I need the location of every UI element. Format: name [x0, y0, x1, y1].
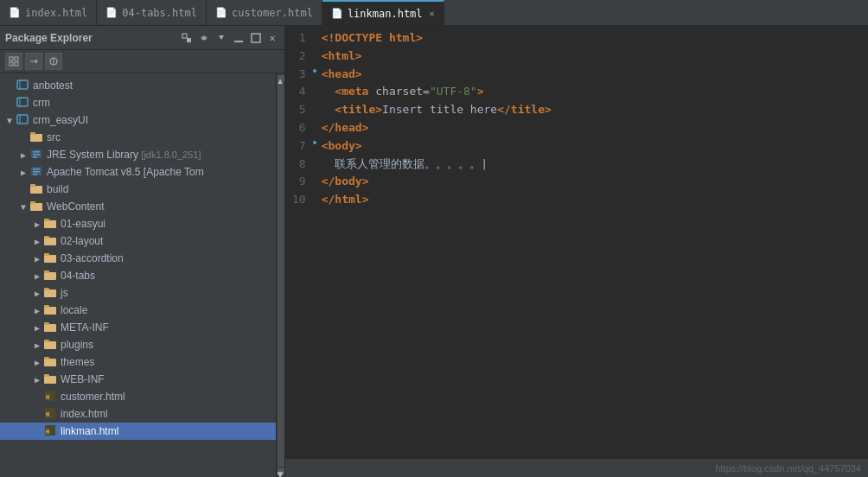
svg-rect-5 [252, 34, 260, 42]
tree-arrow[interactable]: ▶ [31, 375, 43, 385]
svg-rect-16 [17, 115, 28, 124]
toolbar-btn-1[interactable] [5, 53, 22, 70]
toolbar-btn-3[interactable] [45, 53, 62, 70]
maximize-icon[interactable] [248, 30, 264, 46]
folder-icon [29, 183, 43, 196]
tab-close-btn[interactable]: ✕ [430, 9, 435, 18]
status-bar: https://blog.csdn.net/qq_44757034 [285, 458, 868, 477]
tree-item-02layout[interactable]: ▶02-layout [0, 232, 276, 250]
link-icon[interactable] [196, 30, 212, 46]
code-line[interactable]: </head> [322, 119, 868, 137]
tab-label: customer.html [232, 7, 313, 19]
tree-item-webinf[interactable]: ▶WEB-INF [0, 371, 276, 388]
tab-index[interactable]: 📄index.html [0, 0, 97, 25]
tab-customer[interactable]: 📄customer.html [207, 0, 322, 25]
tab-label: index.html [25, 7, 87, 19]
tree-item-customer_html[interactable]: Hcustomer.html [0, 388, 276, 405]
svg-rect-1 [187, 38, 191, 42]
tree-item-tomcat[interactable]: ▶Apache Tomcat v8.5 [Apache Tom [0, 163, 276, 181]
tree-arrow[interactable]: ▶ [17, 168, 29, 177]
svg-rect-4 [234, 41, 243, 42]
tree-item-themes[interactable]: ▶themes [0, 353, 276, 371]
tree-item-js[interactable]: ▶js [0, 284, 276, 302]
tree-item-index_html[interactable]: Hindex.html [0, 405, 276, 423]
tree-arrow[interactable]: ▶ [31, 340, 43, 350]
tree-item-build[interactable]: build [0, 181, 276, 198]
code-line[interactable]: <title>Insert title here</title> [322, 101, 868, 119]
tree-item-src[interactable]: src [0, 129, 276, 146]
file-html-icon: H [43, 391, 57, 404]
tree-item-label: themes [61, 356, 94, 368]
folder-icon [43, 356, 57, 369]
tree-item-webcontent[interactable]: ▼WebContent [0, 198, 276, 215]
line-number: 10 [292, 191, 306, 209]
code-content[interactable]: <!DOCTYPE html><html><head> <meta charse… [316, 29, 868, 455]
code-line[interactable]: </body> [322, 173, 868, 191]
tree-arrow[interactable]: ▶ [31, 323, 43, 333]
code-line[interactable]: <!DOCTYPE html> [322, 29, 868, 48]
tree-arrow[interactable]: ▼ [3, 116, 16, 125]
tree-item-jre[interactable]: ▶JRE System Library [jdk1.8.0_251] [0, 146, 276, 163]
folder-icon [43, 304, 57, 317]
svg-point-2 [203, 36, 206, 39]
tab-linkman[interactable]: 📄linkman.html✕ [322, 0, 444, 25]
code-line[interactable]: <head> [322, 66, 868, 84]
editor-panel: 12345678910 <!DOCTYPE html><html><head> … [285, 26, 868, 477]
svg-rect-48 [44, 359, 56, 366]
tree-arrow[interactable]: ▶ [31, 237, 43, 246]
tree-item-label: js [61, 287, 68, 299]
svg-rect-22 [33, 154, 40, 156]
tree-item-03accordtion[interactable]: ▶03-accordtion [0, 250, 276, 267]
tree-item-anbotest[interactable]: anbotest [0, 77, 276, 94]
tree-item-metainf[interactable]: ▶META-INF [0, 319, 276, 336]
tree-item-label: plugins [61, 339, 93, 351]
folder-icon [43, 287, 57, 300]
tree-item-linkman_html[interactable]: Hlinkman.html [0, 423, 276, 440]
tree-item-01easyui[interactable]: ▶01-easyui [0, 215, 276, 232]
main-layout: Package Explorer [0, 26, 868, 477]
tab-04tabs[interactable]: 📄04-tabs.html [97, 0, 207, 25]
svg-text:H: H [46, 429, 49, 436]
svg-text:H: H [46, 394, 49, 401]
tree-arrow[interactable]: ▶ [31, 358, 43, 367]
project-open-icon [16, 114, 29, 127]
code-line[interactable]: <html> [322, 48, 868, 66]
tree-item-label: crm [33, 97, 50, 109]
scroll-down-btn[interactable]: ▼ [278, 468, 284, 475]
svg-rect-32 [44, 220, 56, 228]
line-number: 7 [292, 137, 306, 156]
view-menu-icon[interactable] [214, 30, 229, 46]
code-area[interactable]: 12345678910 <!DOCTYPE html><html><head> … [285, 26, 868, 458]
file-icon: 📄 [9, 7, 21, 18]
collapse-icon[interactable] [179, 30, 195, 46]
toolbar-btn-2[interactable] [25, 53, 42, 70]
code-line[interactable]: <meta charset="UTF-8"> [322, 83, 868, 101]
tree-arrow[interactable]: ▶ [31, 306, 43, 315]
tree-arrow[interactable]: ▶ [31, 254, 43, 264]
tree-arrow[interactable]: ▶ [31, 271, 43, 281]
file-html-icon: H [43, 425, 57, 438]
folder-icon [43, 321, 57, 334]
explorer-scrollbar[interactable]: ▲ ▼ [276, 73, 284, 477]
tree-arrow[interactable]: ▶ [31, 289, 43, 298]
tree-arrow[interactable]: ▶ [17, 150, 29, 160]
tree-panel: anbotestcrm▼crm_easyUIsrc▶JRE System Lib… [0, 73, 284, 477]
tree-item-locale[interactable]: ▶locale [0, 302, 276, 319]
svg-rect-34 [44, 238, 56, 245]
tree-container: anbotestcrm▼crm_easyUIsrc▶JRE System Lib… [0, 73, 276, 477]
tree-item-crm[interactable]: crm [0, 94, 276, 111]
tree-item-04tabs[interactable]: ▶04-tabs [0, 267, 276, 284]
code-line[interactable]: <body> [322, 137, 868, 156]
tree-item-crm_easyui[interactable]: ▼crm_easyUI [0, 111, 276, 129]
scroll-up-btn[interactable]: ▲ [278, 75, 284, 82]
tree-arrow[interactable]: ▶ [31, 219, 43, 229]
code-line[interactable]: 联系人管理的数据。。。。。| [322, 156, 868, 174]
minimize-icon[interactable] [231, 30, 246, 46]
tree-item-label: src [47, 131, 61, 143]
code-line[interactable]: </html> [322, 191, 868, 209]
close-panel-icon[interactable]: ✕ [265, 31, 279, 45]
tree-item-plugins[interactable]: ▶plugins [0, 336, 276, 353]
scroll-thumb[interactable] [278, 84, 284, 467]
tree-arrow[interactable]: ▼ [17, 202, 29, 212]
svg-rect-36 [44, 255, 56, 263]
